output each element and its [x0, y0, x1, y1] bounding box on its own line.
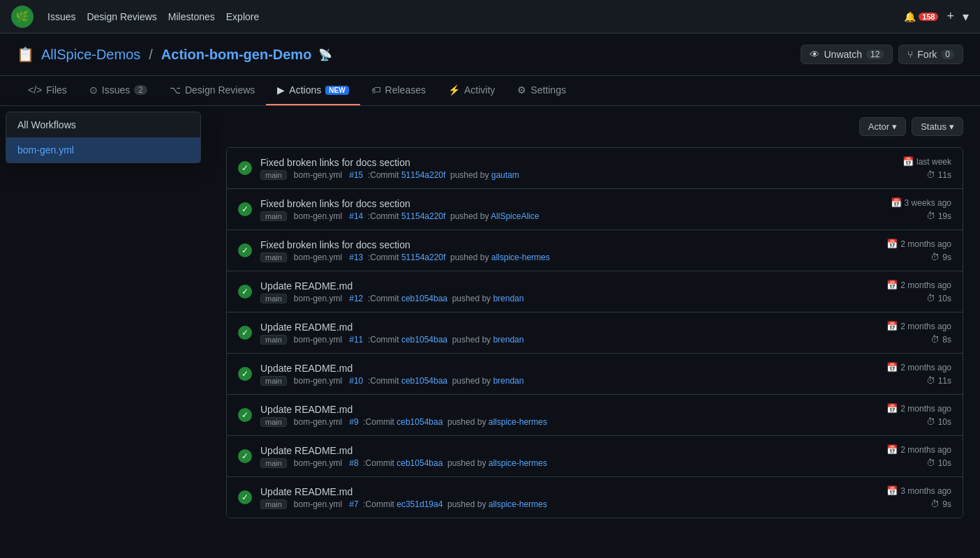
run-branch[interactable]: main — [260, 294, 287, 303]
run-pr-link[interactable]: #15 — [349, 170, 363, 180]
run-branch[interactable]: main — [260, 252, 287, 262]
run-commit-link[interactable]: ceb1054baa — [396, 458, 443, 468]
releases-label: Releases — [385, 84, 426, 96]
sidebar-dropdown: All Workflows bom-gen.yml — [6, 112, 201, 163]
sidebar-item-all-workflows[interactable]: All Workflows — [6, 112, 200, 137]
bell-icon: 🔔 — [904, 11, 916, 22]
run-date-label: 2 months ago — [900, 280, 951, 290]
design-reviews-label: Design Reviews — [185, 84, 255, 96]
run-meta: main bom-gen.yml #10 :Commit ceb1054baa … — [260, 376, 878, 386]
run-pr-link[interactable]: #9 — [349, 417, 358, 427]
run-author-link[interactable]: brendan — [493, 294, 524, 303]
run-title[interactable]: Update README.md — [260, 363, 878, 374]
design-reviews-icon: ⌥ — [170, 84, 181, 96]
tab-releases[interactable]: 🏷 Releases — [360, 76, 437, 105]
nav-explore[interactable]: Explore — [226, 8, 259, 25]
tab-issues[interactable]: ⊙ Issues 2 — [78, 76, 158, 105]
run-branch[interactable]: main — [260, 376, 287, 386]
run-commit-link[interactable]: ceb1054baa — [401, 294, 447, 303]
run-meta: main bom-gen.yml #9 :Commit ceb1054baa p… — [260, 417, 878, 427]
files-label: Files — [46, 84, 67, 96]
nav-issues[interactable]: Issues — [47, 8, 75, 25]
run-branch[interactable]: main — [260, 170, 287, 180]
tab-design-reviews[interactable]: ⌥ Design Reviews — [158, 76, 266, 105]
run-branch[interactable]: main — [260, 417, 287, 427]
plus-button[interactable]: + — [946, 9, 954, 24]
tab-actions[interactable]: ▶ Actions NEW — [266, 76, 359, 105]
run-date-label: last week — [916, 157, 951, 167]
run-author-link[interactable]: allspice-hermes — [489, 417, 547, 427]
run-title[interactable]: Update README.md — [260, 404, 878, 415]
run-branch[interactable]: main — [260, 211, 287, 221]
run-author-link[interactable]: allspice-hermes — [491, 252, 550, 262]
nav-milestones[interactable]: Milestones — [168, 8, 215, 25]
run-commit-link[interactable]: ceb1054baa — [401, 335, 447, 345]
notification-button[interactable]: 🔔 158 — [904, 11, 938, 22]
sub-nav: </> Files ⊙ Issues 2 ⌥ Design Reviews ▶ … — [0, 76, 980, 106]
unwatch-button[interactable]: 👁 Unwatch 12 — [801, 45, 893, 64]
run-pr-link[interactable]: #11 — [349, 335, 363, 345]
run-title[interactable]: Fixed broken links for docs section — [260, 198, 882, 209]
run-branch[interactable]: main — [260, 458, 287, 468]
run-pr-link[interactable]: #13 — [349, 252, 363, 262]
repo-title: 📋 AllSpice-Demos / Action-bom-gen-Demo 📡 — [17, 46, 332, 63]
run-pr-link[interactable]: #8 — [349, 458, 358, 468]
run-commit-link[interactable]: 51154a220f — [401, 170, 445, 180]
repo-name-link[interactable]: Action-bom-gen-Demo — [161, 47, 312, 63]
run-pr-link[interactable]: #7 — [349, 499, 358, 509]
issues-icon: ⊙ — [89, 84, 98, 96]
actor-filter-button[interactable]: Actor ▾ — [859, 117, 906, 136]
run-branch[interactable]: main — [260, 335, 287, 345]
eye-icon: 👁 — [810, 49, 819, 60]
sidebar-item-bom-gen[interactable]: bom-gen.yml — [6, 137, 200, 163]
run-author-link[interactable]: brendan — [493, 376, 524, 386]
tab-activity[interactable]: ⚡ Activity — [437, 76, 506, 105]
run-branch[interactable]: main — [260, 499, 287, 509]
run-commit-link[interactable]: 51154a220f — [401, 211, 445, 221]
run-date: 📅 2 months ago — [886, 321, 951, 331]
files-icon: </> — [28, 84, 42, 96]
status-filter-label: Status — [921, 121, 946, 132]
run-title[interactable]: Fixed broken links for docs section — [260, 157, 894, 168]
rss-icon[interactable]: 📡 — [318, 48, 332, 61]
run-info: Update README.md main bom-gen.yml #11 :C… — [260, 322, 878, 345]
actor-chevron-down-icon: ▾ — [892, 121, 897, 132]
nav-design-reviews[interactable]: Design Reviews — [87, 8, 156, 25]
run-author-link[interactable]: allspice-hermes — [489, 458, 547, 468]
run-author-link[interactable]: brendan — [493, 335, 524, 345]
run-duration-value: 11s — [938, 170, 951, 180]
run-commit-link[interactable]: ceb1054baa — [401, 376, 447, 386]
run-title[interactable]: Update README.md — [260, 280, 878, 292]
run-title[interactable]: Update README.md — [260, 445, 878, 456]
fork-label: Fork — [917, 49, 937, 60]
run-title[interactable]: Update README.md — [260, 322, 878, 333]
calendar-icon: 📅 — [903, 156, 914, 167]
run-author-link[interactable]: allspice-hermes — [489, 499, 547, 509]
run-commit-link[interactable]: ec351d19a4 — [396, 499, 443, 509]
run-time-section: 📅 3 months ago ⏱ 9s — [886, 485, 951, 509]
run-status-icon: ✓ — [238, 367, 252, 381]
tab-files[interactable]: </> Files — [17, 76, 78, 105]
org-link[interactable]: AllSpice-Demos — [41, 47, 140, 63]
run-workflow-file: bom-gen.yml — [294, 252, 342, 262]
status-filter-button[interactable]: Status ▾ — [912, 117, 963, 136]
run-author-link[interactable]: AllSpiceAlice — [491, 211, 539, 221]
run-title[interactable]: Fixed broken links for docs section — [260, 239, 878, 250]
run-author-link[interactable]: gautam — [491, 170, 519, 180]
run-duration-value: 9s — [942, 499, 951, 509]
run-pr-link[interactable]: #10 — [349, 376, 363, 386]
calendar-icon: 📅 — [886, 485, 898, 496]
run-commit-link[interactable]: 51154a220f — [401, 252, 445, 262]
run-pr-link[interactable]: #12 — [349, 294, 363, 303]
run-commit-link[interactable]: ceb1054baa — [396, 417, 443, 427]
tab-settings[interactable]: ⚙ Settings — [506, 76, 577, 105]
clock-icon: ⏱ — [930, 252, 940, 262]
logo[interactable]: 🌿 — [11, 6, 34, 28]
run-pr-link[interactable]: #14 — [349, 211, 363, 221]
fork-button[interactable]: ⑂ Fork 0 — [898, 45, 963, 64]
user-menu-button[interactable]: ▾ — [963, 9, 969, 24]
clock-icon: ⏱ — [926, 169, 935, 180]
run-title[interactable]: Update README.md — [260, 486, 878, 497]
table-row: ✓ Fixed broken links for docs section ma… — [227, 189, 963, 230]
watch-count: 12 — [866, 50, 884, 59]
